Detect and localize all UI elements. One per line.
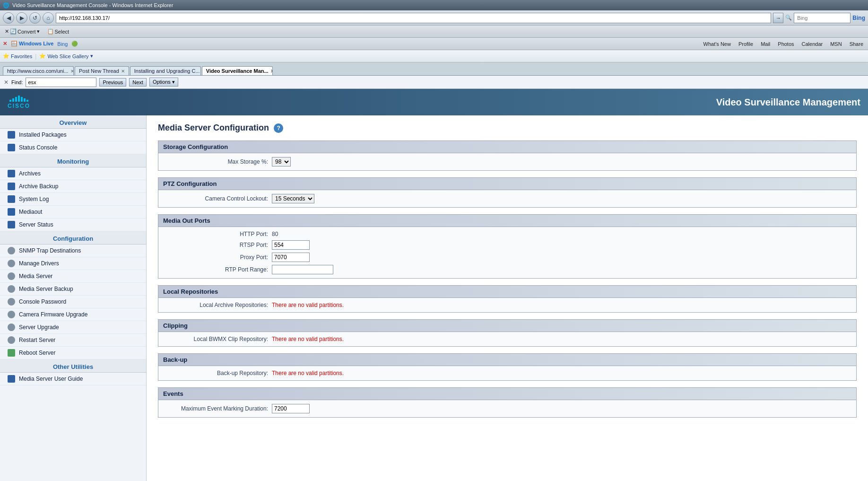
sidebar-configuration-title: Configuration: [0, 231, 146, 245]
sidebar-item-mediaout[interactable]: Mediaout: [0, 206, 146, 219]
cisco-bar-7: [26, 100, 28, 102]
sidebar-media-server-label: Media Server: [19, 273, 52, 280]
sidebar-item-installed-packages[interactable]: Installed Packages: [0, 129, 146, 141]
tab-0-close[interactable]: ✕: [70, 69, 74, 74]
camera-control-row: Camera Control Lockout: 15 Seconds: [164, 194, 851, 203]
calendar-menu[interactable]: Calendar: [800, 40, 825, 48]
max-event-duration-label: Maximum Event Marking Duration:: [164, 405, 268, 412]
go-button[interactable]: →: [773, 13, 783, 23]
system-log-icon: [8, 195, 15, 203]
http-port-value: 80: [272, 231, 278, 237]
address-bar[interactable]: [56, 13, 771, 23]
photos-menu[interactable]: Photos: [776, 40, 796, 48]
server-upgrade-icon: [8, 324, 15, 331]
app-header: CISCO Video Surveillance Management: [0, 89, 868, 115]
proxy-port-input[interactable]: [272, 253, 310, 262]
camera-control-select[interactable]: 15 Seconds: [272, 194, 314, 203]
convert-toolbar-btn[interactable]: ✕ 🔄 Convert ▾: [3, 27, 42, 35]
sidebar-console-password-label: Console Password: [19, 298, 66, 305]
storage-section-header: Storage Configuration: [158, 140, 857, 153]
sidebar-item-media-server-user-guide[interactable]: Media Server User Guide: [0, 373, 146, 385]
max-storage-select[interactable]: 98: [272, 157, 291, 166]
search-label: 🔍: [785, 15, 792, 21]
rtsp-port-input[interactable]: [272, 240, 310, 250]
page-title-row: Media Server Configuration ?: [158, 123, 857, 133]
find-options-button[interactable]: Options ▾: [149, 78, 178, 87]
select-toolbar-btn[interactable]: 📋 Select: [45, 27, 71, 35]
refresh-button[interactable]: ↺: [29, 12, 41, 24]
find-close-button[interactable]: ✕: [4, 79, 9, 86]
sidebar-item-restart-server[interactable]: Restart Server: [0, 334, 146, 347]
profile-menu[interactable]: Profile: [737, 40, 755, 48]
back-button[interactable]: ◀: [3, 12, 14, 24]
bing-search-input[interactable]: [794, 13, 851, 23]
webslice-dropdown-icon[interactable]: ▾: [90, 53, 93, 59]
sidebar-item-manage-drivers[interactable]: Manage Drivers: [0, 257, 146, 270]
events-body: Maximum Event Marking Duration:: [158, 400, 857, 418]
rtsp-port-row: RTSP Port:: [164, 240, 851, 250]
mail-menu[interactable]: Mail: [759, 40, 772, 48]
find-bar: ✕ Find: Previous Next Options ▾: [0, 76, 868, 89]
server-status-icon: [8, 221, 15, 228]
rtp-port-range-label: RTP Port Range:: [164, 266, 268, 273]
find-input[interactable]: [26, 78, 96, 87]
webslice-link[interactable]: ⭐ Web Slice Gallery ▾: [39, 53, 93, 59]
sidebar-item-archive-backup[interactable]: Archive Backup: [0, 180, 146, 193]
convert-label: Convert: [17, 29, 36, 35]
find-previous-button[interactable]: Previous: [99, 78, 126, 87]
find-next-button[interactable]: Next: [129, 78, 147, 87]
help-icon[interactable]: ?: [274, 123, 283, 133]
x-close[interactable]: ✕: [3, 41, 7, 47]
rtp-port-range-input[interactable]: [272, 265, 333, 274]
msn-menu[interactable]: MSN: [828, 40, 843, 48]
share-menu[interactable]: Share: [848, 40, 865, 48]
sidebar-item-media-server[interactable]: Media Server: [0, 270, 146, 283]
home-button[interactable]: ⌂: [43, 12, 54, 24]
tab-0[interactable]: http://www.cisco.com/uni... ✕: [3, 66, 74, 75]
select-label: Select: [55, 29, 69, 35]
status-console-icon: [8, 144, 15, 151]
camera-firmware-icon: [8, 311, 15, 318]
whats-new-menu[interactable]: What's New: [702, 40, 733, 48]
tab-2[interactable]: Installing and Upgrading C... ✕: [130, 66, 201, 75]
media-out-ports-header: Media Out Ports: [158, 214, 857, 227]
browser-toolbar: ◀ ▶ ↺ ⌂ → 🔍 Bing: [0, 10, 868, 26]
backup-section: Back-up Back-up Repository: There are no…: [158, 353, 857, 381]
max-event-duration-input[interactable]: [272, 404, 310, 413]
tab-3[interactable]: Video Surveillance Man... ✕: [202, 66, 273, 75]
tab-1[interactable]: Post New Thread ✕: [75, 66, 129, 75]
ptz-section-header: PTZ Configuration: [158, 177, 857, 190]
backup-body: Back-up Repository: There are no valid p…: [158, 366, 857, 381]
sidebar-item-archives[interactable]: Archives: [0, 167, 146, 180]
sidebar-item-system-log[interactable]: System Log: [0, 193, 146, 206]
sidebar-item-camera-firmware[interactable]: Camera Firmware Upgrade: [0, 308, 146, 321]
sidebar-item-media-server-backup[interactable]: Media Server Backup: [0, 283, 146, 296]
tab-1-close[interactable]: ✕: [121, 69, 125, 74]
tab-3-close[interactable]: ✕: [270, 69, 273, 74]
forward-button[interactable]: ▶: [16, 12, 27, 24]
local-archive-repo-label: Local Archive Repositories:: [164, 302, 268, 308]
cisco-text: CISCO: [8, 103, 30, 109]
http-port-row: HTTP Port: 80: [164, 231, 851, 237]
sidebar-item-status-console[interactable]: Status Console: [0, 141, 146, 154]
sidebar-item-snmp[interactable]: SNMP Trap Destinations: [0, 245, 146, 257]
local-archive-repo-row: Local Archive Repositories: There are no…: [164, 302, 851, 308]
sidebar-item-server-status[interactable]: Server Status: [0, 219, 146, 231]
sidebar-archive-backup-label: Archive Backup: [19, 183, 58, 190]
sidebar-item-server-upgrade[interactable]: Server Upgrade: [0, 321, 146, 334]
star-icon: ⭐: [3, 53, 9, 59]
installed-packages-icon: [8, 131, 15, 139]
proxy-port-label: Proxy Port:: [164, 254, 268, 261]
clipping-section: Clipping Local BWMX Clip Repository: The…: [158, 319, 857, 347]
clip-repo-error: There are no valid partitions.: [272, 336, 344, 342]
local-repos-section: Local Repositories Local Archive Reposit…: [158, 285, 857, 313]
clipping-header: Clipping: [158, 319, 857, 332]
bing-icon: Bing: [852, 15, 865, 21]
favorites-link[interactable]: ⭐ Favorites: [3, 53, 32, 59]
sidebar-item-console-password[interactable]: Console Password: [0, 296, 146, 308]
find-options-label: Options: [153, 79, 171, 85]
sidebar-item-reboot-server[interactable]: Reboot Server: [0, 347, 146, 359]
sidebar-other-title: Other Utilities: [0, 359, 146, 373]
webslice-label: Web Slice Gallery: [47, 53, 88, 59]
sidebar-snmp-label: SNMP Trap Destinations: [19, 247, 81, 254]
